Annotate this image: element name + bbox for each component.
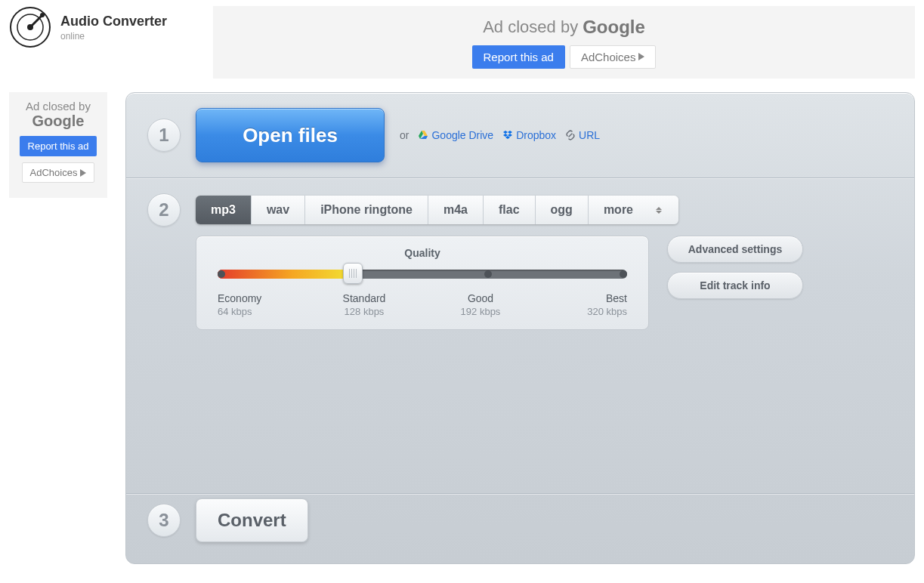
ad-closed-text: Ad closed by [26,100,91,113]
gdrive-icon [418,130,428,140]
dropbox-label: Dropbox [516,129,556,141]
svg-marker-10 [503,134,508,137]
svg-point-4 [40,13,45,17]
slider-handle[interactable] [343,263,363,284]
svg-marker-12 [505,136,510,139]
quality-rate: 320 kbps [567,306,627,317]
format-tab-mp3[interactable]: mp3 [196,196,252,224]
quality-level: Good 192 kbps [450,292,511,317]
format-tab-m4a[interactable]: m4a [428,196,484,224]
convert-button[interactable]: Convert [196,498,308,542]
svg-marker-8 [503,131,508,134]
quality-name: Standard [334,292,394,304]
quality-level: Economy 64 kbps [218,292,278,317]
more-label: more [604,203,633,217]
record-icon [9,6,51,48]
quality-rate: 64 kbps [218,306,278,317]
url-link[interactable]: URL [565,129,600,141]
svg-line-3 [30,15,42,27]
logo-area: Audio Converter online [9,6,206,48]
left-ad-slot: Ad closed by Google Report this ad AdCho… [9,92,107,198]
link-icon [565,130,576,140]
advanced-settings-button[interactable]: Advanced settings [667,236,803,263]
quality-level: Standard 128 kbps [334,292,394,317]
format-tab-ogg[interactable]: ogg [536,196,589,224]
adchoices-icon [638,53,644,60]
quality-slider[interactable] [218,270,627,279]
step-number-3: 3 [147,504,181,537]
report-ad-button[interactable]: Report this ad [472,45,565,69]
top-ad-slot: Ad closed by Google Report this ad AdCho… [213,6,915,79]
app-title: Audio Converter [60,14,167,29]
slider-tick [620,270,627,278]
step-number-1: 1 [147,119,181,152]
or-label: or [400,129,409,141]
quality-rate: 192 kbps [450,306,511,317]
quality-name: Economy [218,292,278,304]
quality-title: Quality [218,247,627,259]
edit-track-info-button[interactable]: Edit track info [667,272,803,299]
format-tab-wav[interactable]: wav [252,196,305,224]
step-number-2: 2 [147,193,181,227]
quality-level: Best 320 kbps [567,292,627,317]
app-subtitle: online [60,31,167,42]
format-tab-more[interactable]: more [589,196,678,224]
google-logo-text: Google [583,17,645,38]
quality-name: Best [567,292,627,304]
more-arrows-icon [656,205,663,215]
slider-tick [218,270,225,278]
format-tab-iphone[interactable]: iPhone ringtone [305,196,428,224]
svg-marker-11 [508,134,512,137]
adchoices-icon [80,169,86,177]
open-files-button[interactable]: Open files [196,108,385,162]
format-tab-flac[interactable]: flac [484,196,536,224]
report-ad-button[interactable]: Report this ad [20,136,97,156]
quality-box: Quality Economy 64 kbps Standard 128 [196,236,649,330]
format-tabs: mp3 wav iPhone ringtone m4a flac ogg mor… [196,196,678,224]
dropbox-icon [502,130,513,140]
adchoices-button[interactable]: AdChoices [22,162,95,183]
url-label: URL [579,129,600,141]
quality-rate: 128 kbps [334,306,394,317]
ad-closed-text: Ad closed by [483,17,578,37]
step3-row: 3 Convert [126,483,914,563]
slider-fill [218,270,353,279]
quality-name: Good [450,292,511,304]
svg-marker-9 [508,131,512,134]
step2-row: 2 mp3 wav iPhone ringtone m4a flac ogg m… [126,178,914,236]
dropbox-link[interactable]: Dropbox [502,129,556,141]
adchoices-label: AdChoices [30,167,78,178]
google-drive-link[interactable]: Google Drive [418,129,493,141]
converter-panel: 1 Open files or Google Drive Dropbox [125,92,915,564]
step1-row: 1 Open files or Google Drive Dropbox [126,93,914,177]
slider-tick [484,270,492,278]
google-logo-text: Google [32,113,85,130]
adchoices-button[interactable]: AdChoices [570,45,657,69]
gdrive-label: Google Drive [431,129,493,141]
adchoices-label: AdChoices [581,51,636,63]
